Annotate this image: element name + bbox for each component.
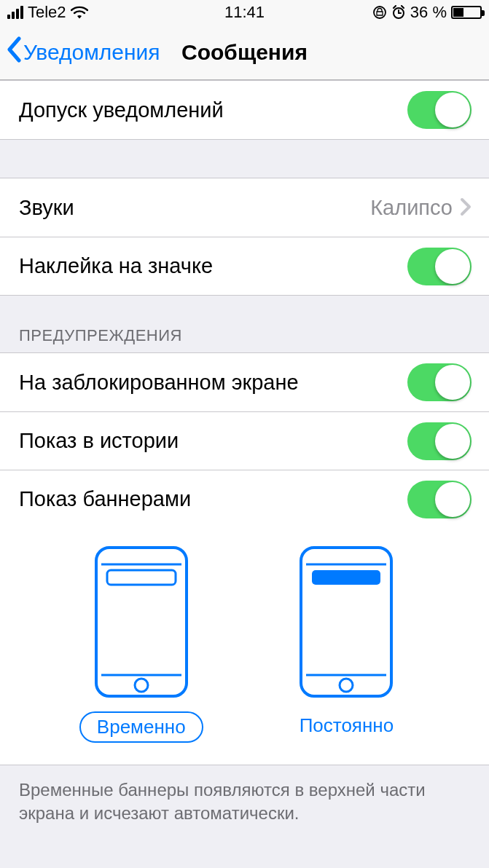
banner-option-persistent[interactable]: Постоянно: [283, 545, 410, 743]
switch-badge[interactable]: [407, 248, 472, 285]
phone-persistent-icon: [299, 545, 394, 698]
group-alerts: На заблокированном экране Показ в истори…: [0, 352, 489, 528]
row-sounds[interactable]: Звуки Калипсо: [0, 178, 489, 237]
group-allow: Допуск уведомлений: [0, 80, 489, 140]
nav-bar: Уведомления Сообщения: [0, 25, 489, 80]
banner-option-temporary[interactable]: Временно: [79, 545, 203, 743]
battery-icon: [451, 6, 482, 19]
cellular-signal-icon: [7, 6, 23, 19]
svg-point-10: [340, 679, 353, 692]
rotation-lock-icon: [372, 5, 387, 20]
row-value: Калипсо: [370, 196, 453, 220]
back-label: Уведомления: [23, 40, 160, 65]
banner-option-label: Постоянно: [283, 711, 410, 740]
row-label: Звуки: [19, 196, 370, 220]
wifi-icon: [71, 6, 88, 19]
phone-temporary-icon: [94, 545, 189, 698]
clock: 11:41: [224, 3, 265, 22]
row-history[interactable]: Показ в истории: [0, 411, 489, 470]
switch-allow-notifications[interactable]: [407, 91, 472, 129]
group-header-alerts: ПРЕДУПРЕЖДЕНИЯ: [0, 296, 489, 352]
svg-point-5: [135, 679, 148, 692]
banner-option-label: Временно: [79, 711, 203, 743]
group-sound-badge: Звуки Калипсо Наклейка на значке: [0, 178, 489, 296]
switch-banners[interactable]: [407, 481, 472, 518]
row-label: Наклейка на значке: [19, 254, 407, 278]
switch-history[interactable]: [407, 422, 472, 460]
svg-rect-7: [301, 548, 391, 696]
row-allow-notifications[interactable]: Допуск уведомлений: [0, 81, 489, 139]
row-banners[interactable]: Показ баннерами: [0, 470, 489, 528]
alarm-icon: [391, 5, 406, 20]
svg-rect-6: [107, 570, 176, 585]
back-button[interactable]: Уведомления: [0, 36, 160, 68]
row-label: На заблокированном экране: [19, 371, 407, 395]
chevron-right-icon: [460, 194, 472, 222]
switch-lock-screen[interactable]: [407, 363, 472, 401]
row-label: Показ в истории: [19, 429, 407, 453]
status-bar: Tele2 11:41 36 %: [0, 0, 489, 25]
row-label: Показ баннерами: [19, 487, 407, 511]
svg-rect-11: [312, 570, 380, 585]
row-badge-app-icon[interactable]: Наклейка на значке: [0, 237, 489, 295]
footer-hint: Временные баннеры появляются в верхней ч…: [0, 765, 489, 826]
chevron-left-icon: [6, 36, 22, 68]
row-label: Допуск уведомлений: [19, 98, 407, 122]
carrier-label: Tele2: [28, 3, 66, 22]
battery-percent: 36 %: [410, 3, 447, 22]
banner-style-picker: Временно Постоянно: [0, 528, 489, 765]
row-lock-screen[interactable]: На заблокированном экране: [0, 353, 489, 411]
